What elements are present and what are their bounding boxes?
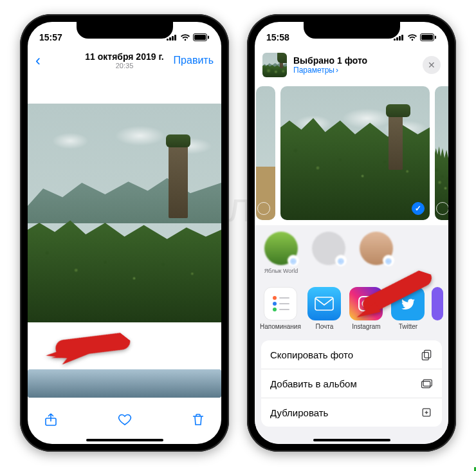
share-app-mail[interactable]: Почта: [306, 287, 343, 330]
svg-rect-6: [435, 36, 436, 39]
close-button[interactable]: ✕: [423, 56, 441, 74]
status-time: 15:58: [266, 32, 289, 42]
thumbnail[interactable]: [28, 369, 221, 398]
action-label: Скопировать фото: [270, 349, 353, 360]
action-copy-photo[interactable]: Скопировать фото: [261, 340, 442, 369]
instagram-icon: [349, 287, 383, 320]
battery-icon: [420, 33, 437, 41]
wifi-icon: [407, 33, 417, 41]
svg-rect-2: [208, 36, 209, 39]
status-indicators: [394, 33, 437, 41]
home-indicator[interactable]: [313, 439, 390, 441]
header-thumbnail: [262, 53, 287, 77]
selection-circle[interactable]: [436, 202, 448, 215]
apps-row: Напоминания Почта Instagram: [255, 281, 448, 337]
chevron-right-icon: ›: [336, 66, 338, 75]
status-time: 15:57: [39, 32, 62, 42]
edit-button[interactable]: Править: [174, 55, 214, 66]
close-icon: ✕: [428, 60, 435, 70]
airdrop-contact[interactable]: ◎: [307, 232, 350, 274]
mail-icon: [307, 287, 341, 320]
svg-rect-11: [425, 350, 431, 358]
airdrop-contact[interactable]: ◎ Яблык World: [260, 232, 302, 274]
share-app-partial[interactable]: [432, 287, 443, 330]
photo-nav: ‹ 11 октября 2019 г. 20:35 Править: [28, 46, 221, 75]
home-indicator[interactable]: [86, 439, 163, 441]
share-app-instagram[interactable]: Instagram: [348, 287, 385, 330]
thumbnail-strip[interactable]: [28, 369, 221, 398]
svg-rect-7: [315, 297, 333, 310]
selection-circle-checked[interactable]: [412, 202, 425, 215]
svg-point-10: [370, 298, 372, 300]
selection-circle[interactable]: [257, 202, 270, 215]
reminders-icon: [264, 287, 297, 320]
phone-left: 15:57 ‹ 11 октября 2019 г. 20:35 Править: [20, 14, 229, 452]
favorite-button[interactable]: [117, 412, 133, 430]
svg-point-9: [363, 300, 370, 308]
share-app-reminders[interactable]: Напоминания: [260, 287, 301, 330]
airdrop-contact[interactable]: ◎: [355, 232, 398, 274]
preview-item[interactable]: [435, 86, 448, 220]
preview-item-selected[interactable]: [280, 86, 430, 220]
status-indicators: [167, 33, 210, 41]
share-app-label: Почта: [306, 323, 343, 330]
svg-rect-5: [421, 35, 433, 40]
share-app-label: Twitter: [390, 323, 426, 330]
action-label: Дублировать: [270, 407, 328, 418]
airdrop-row: ◎ Яблык World ◎ ◎: [255, 225, 448, 281]
copy-icon: [420, 348, 433, 361]
share-app-twitter[interactable]: Twitter: [390, 287, 426, 330]
sheet-title: Выбрано 1 фото: [293, 55, 367, 66]
phone-right: 15:58 Выбрано 1 фото Параметры›: [247, 14, 456, 452]
back-button[interactable]: ‹: [35, 53, 41, 68]
sheet-options-link[interactable]: Параметры›: [293, 66, 367, 75]
action-list: Скопировать фото Добавить в альбом Дубли…: [261, 340, 442, 427]
delete-button[interactable]: [190, 412, 206, 430]
share-button[interactable]: [43, 412, 59, 430]
airdrop-contact-label: Яблык World: [260, 268, 302, 274]
twitter-icon: [391, 287, 425, 320]
photo-content: [28, 104, 221, 322]
svg-rect-1: [194, 35, 206, 40]
photo-viewport[interactable]: [28, 75, 221, 351]
share-sheet-header: Выбрано 1 фото Параметры› ✕: [255, 46, 448, 84]
album-icon: [420, 377, 433, 390]
svg-rect-12: [422, 353, 428, 360]
share-app-label: Instagram: [348, 323, 385, 330]
bottom-toolbar: [28, 408, 221, 434]
share-app-label: Напоминания: [260, 323, 301, 330]
preview-item[interactable]: [256, 86, 275, 220]
action-label: Добавить в альбом: [270, 378, 357, 389]
action-duplicate[interactable]: Дублировать: [261, 398, 442, 427]
app-icon: [432, 287, 443, 320]
wifi-icon: [180, 33, 190, 41]
duplicate-icon: [420, 406, 433, 419]
action-add-to-album[interactable]: Добавить в альбом: [261, 369, 442, 398]
share-previews[interactable]: [255, 84, 448, 225]
battery-icon: [193, 33, 210, 41]
